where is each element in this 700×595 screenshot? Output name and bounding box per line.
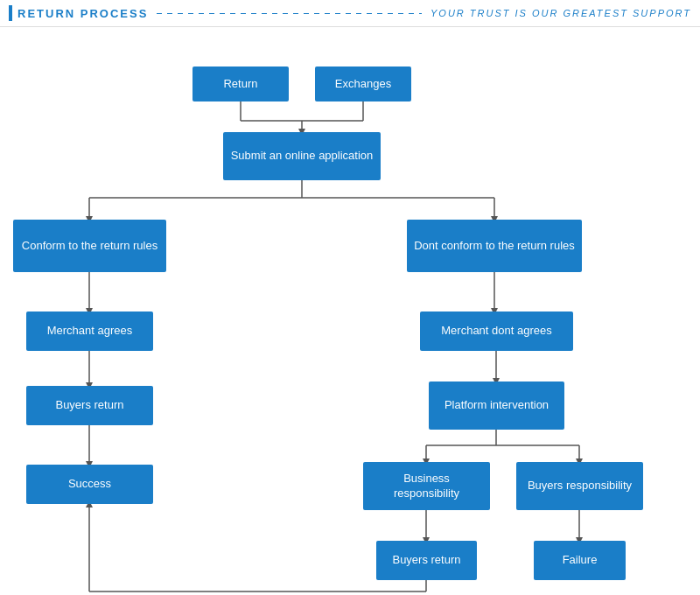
buyers-return-left-box: Buyers return	[26, 386, 153, 425]
flowchart: Return Exchanges Submit an online applic…	[0, 27, 700, 595]
submit-box: Submit an online application	[223, 132, 381, 180]
header: RETURN PROCESS YOUR TRUST IS OUR GREATES…	[0, 0, 700, 27]
conform-box: Conform to the return rules	[13, 220, 166, 272]
header-tagline: YOUR TRUST IS OUR GREATEST SUPPORT	[430, 8, 691, 18]
return-box: Return	[192, 66, 289, 102]
buyers-resp-box: Buyers responsibility	[516, 462, 643, 510]
success-box: Success	[26, 465, 153, 504]
header-divider	[157, 13, 422, 14]
merchant-agrees-box: Merchant agrees	[26, 312, 153, 351]
platform-box: Platform intervention	[429, 382, 564, 430]
business-resp-box: Business responsibility	[363, 462, 490, 510]
header-title: RETURN PROCESS	[18, 7, 148, 20]
failure-box: Failure	[534, 541, 626, 580]
not-conform-box: Dont conform to the return rules	[407, 220, 582, 272]
buyers-return-right-box: Buyers return	[376, 541, 477, 580]
merchant-dont-box: Merchant dont agrees	[420, 312, 573, 351]
header-bar-icon	[9, 5, 12, 21]
exchanges-box: Exchanges	[315, 66, 411, 102]
